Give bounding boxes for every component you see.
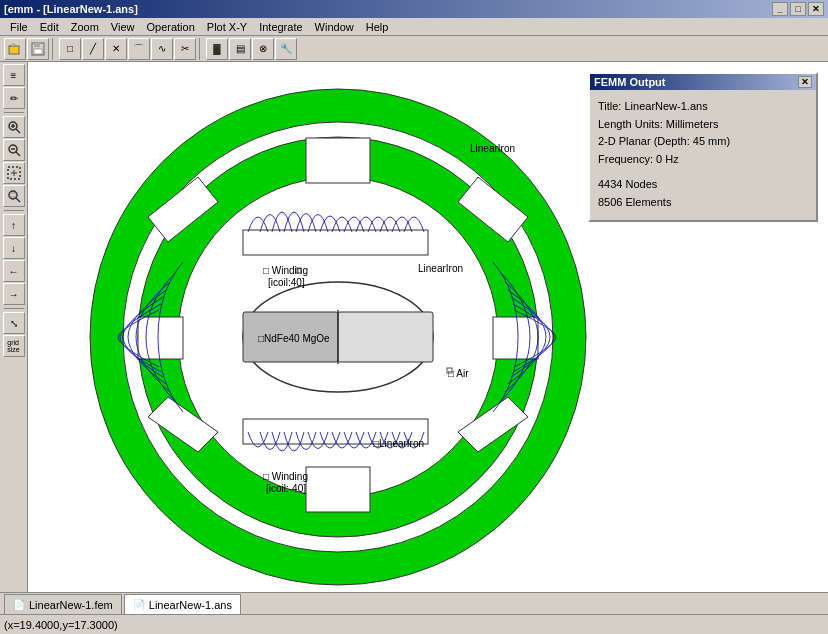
menu-zoom[interactable]: Zoom — [65, 20, 105, 34]
svg-text:□ Winding: □ Winding — [263, 471, 308, 482]
fill-tool[interactable]: ▓ — [206, 38, 228, 60]
femm-output-panel: FEMM Output ✕ Title: LinearNew-1.ans Len… — [588, 72, 818, 222]
left-sep-1 — [4, 112, 24, 113]
svg-text:□LinearIron: □LinearIron — [373, 438, 424, 449]
femm-line-1: Title: LinearNew-1.ans — [598, 98, 808, 116]
femm-elements: 8506 Elements — [598, 194, 808, 212]
svg-text:[icoil:-40]: [icoil:-40] — [266, 483, 306, 494]
left-btn-zoom-box[interactable] — [3, 162, 25, 184]
left-btn-menu[interactable]: ≡ — [3, 64, 25, 86]
wave-tool[interactable]: ∿ — [151, 38, 173, 60]
femm-output-close-button[interactable]: ✕ — [798, 76, 812, 88]
menu-help[interactable]: Help — [360, 20, 395, 34]
tab-fem-icon: 📄 — [13, 599, 25, 610]
svg-rect-3 — [34, 49, 42, 54]
canvas-area: LinearIron LinearIron □ Winding [icoil:4… — [28, 62, 828, 592]
femm-line-4: Frequency: 0 Hz — [598, 151, 808, 169]
title-bar: [emm - [LinearNew-1.ans] _ □ ✕ — [0, 0, 828, 18]
svg-rect-27 — [338, 312, 433, 362]
femm-spacer — [598, 168, 808, 176]
window-title: [emm - [LinearNew-1.ans] — [4, 3, 138, 15]
svg-rect-24 — [138, 317, 183, 359]
left-btn-up[interactable]: ↑ — [3, 214, 25, 236]
femm-nodes: 4434 Nodes — [598, 176, 808, 194]
menu-file[interactable]: File — [4, 20, 34, 34]
save-button[interactable] — [27, 38, 49, 60]
arc-tool[interactable]: ⌒ — [128, 38, 150, 60]
left-btn-zoom-out[interactable] — [3, 139, 25, 161]
femm-line-3: 2-D Planar (Depth: 45 mm) — [598, 133, 808, 151]
cross-tool[interactable]: ✕ — [105, 38, 127, 60]
svg-text:□ Air: □ Air — [448, 368, 469, 379]
svg-line-7 — [16, 129, 20, 133]
menu-window[interactable]: Window — [309, 20, 360, 34]
svg-text:□NdFe40 MgOe: □NdFe40 MgOe — [258, 333, 330, 344]
left-btn-zoom-fit[interactable] — [3, 185, 25, 207]
left-btn-zoom-in[interactable] — [3, 116, 25, 138]
left-btn-grid[interactable]: gridsize — [3, 335, 25, 357]
left-btn-move[interactable]: ⤡ — [3, 312, 25, 334]
left-btn-right[interactable]: → — [3, 283, 25, 305]
femm-output-content: Title: LinearNew-1.ans Length Units: Mil… — [590, 90, 816, 220]
minimize-button[interactable]: _ — [772, 2, 788, 16]
wrench-tool[interactable]: 🔧 — [275, 38, 297, 60]
left-btn-down[interactable]: ↓ — [3, 237, 25, 259]
svg-text:□ Winding: □ Winding — [263, 265, 308, 276]
femm-line-2: Length Units: Millimeters — [598, 116, 808, 134]
open-button[interactable] — [4, 38, 26, 60]
left-btn-edit[interactable]: ✏ — [3, 87, 25, 109]
svg-point-14 — [9, 191, 17, 199]
tab-fem-label: LinearNew-1.fem — [29, 599, 113, 611]
main-area: ≡ ✏ ↑ ↓ ← → ⤡ gridsize — [0, 62, 828, 592]
toolbar-sep-2 — [199, 38, 203, 60]
title-controls: _ □ ✕ — [772, 2, 824, 16]
pattern-tool[interactable]: ▤ — [229, 38, 251, 60]
svg-rect-16 — [9, 193, 17, 197]
menu-plot-xy[interactable]: Plot X-Y — [201, 20, 253, 34]
svg-rect-23 — [306, 467, 370, 512]
left-btn-left[interactable]: ← — [3, 260, 25, 282]
svg-line-10 — [16, 152, 20, 156]
left-toolbar: ≡ ✏ ↑ ↓ ← → ⤡ gridsize — [0, 62, 28, 592]
line-tool[interactable]: ╱ — [82, 38, 104, 60]
tab-ans[interactable]: 📄 LinearNew-1.ans — [124, 594, 241, 614]
menu-integrate[interactable]: Integrate — [253, 20, 308, 34]
femm-output-title-label: FEMM Output — [594, 76, 665, 88]
coordinates-display: (x=19.4000,y=17.3000) — [4, 619, 118, 631]
menu-operation[interactable]: Operation — [140, 20, 200, 34]
toolbar-sep-1 — [52, 38, 56, 60]
femm-output-title-bar: FEMM Output ✕ — [590, 74, 816, 90]
tab-bar: 📄 LinearNew-1.fem 📄 LinearNew-1.ans — [0, 592, 828, 614]
close-button[interactable]: ✕ — [808, 2, 824, 16]
svg-line-15 — [16, 198, 20, 202]
circle-tool[interactable]: ⊗ — [252, 38, 274, 60]
cut-tool[interactable]: ✂ — [174, 38, 196, 60]
svg-text:LinearIron: LinearIron — [470, 143, 515, 154]
svg-rect-21 — [306, 138, 370, 183]
left-sep-2 — [4, 210, 24, 211]
svg-rect-22 — [493, 317, 538, 359]
svg-text:[icoil:40]: [icoil:40] — [268, 277, 305, 288]
svg-text:LinearIron: LinearIron — [418, 263, 463, 274]
maximize-button[interactable]: □ — [790, 2, 806, 16]
status-bar: (x=19.4000,y=17.3000) — [0, 614, 828, 634]
left-sep-3 — [4, 308, 24, 309]
menu-bar: File Edit Zoom View Operation Plot X-Y I… — [0, 18, 828, 36]
tab-fem[interactable]: 📄 LinearNew-1.fem — [4, 594, 122, 614]
menu-view[interactable]: View — [105, 20, 141, 34]
menu-edit[interactable]: Edit — [34, 20, 65, 34]
tab-ans-icon: 📄 — [133, 599, 145, 610]
svg-rect-0 — [9, 46, 19, 54]
svg-rect-2 — [34, 43, 40, 47]
rect-tool[interactable]: □ — [59, 38, 81, 60]
tab-ans-label: LinearNew-1.ans — [149, 599, 232, 611]
toolbar: □ ╱ ✕ ⌒ ∿ ✂ ▓ ▤ ⊗ 🔧 — [0, 36, 828, 62]
